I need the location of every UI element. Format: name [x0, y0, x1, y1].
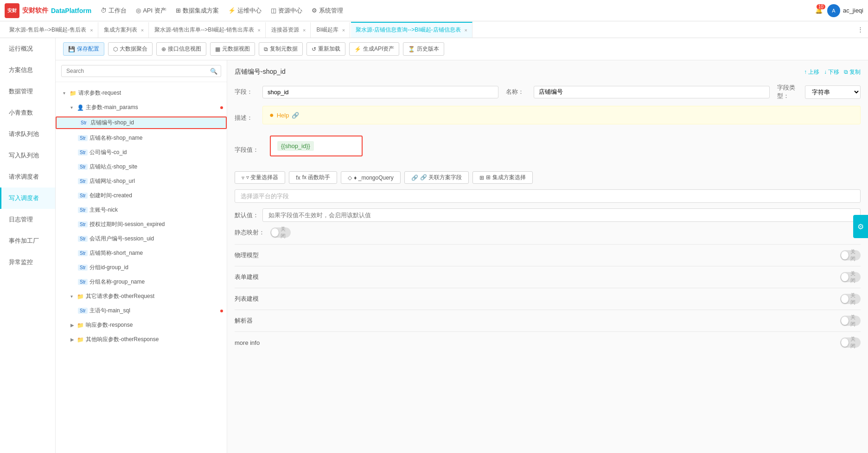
tab-0[interactable]: 聚水源-售后单-->BI崛起-售后表 ×: [5, 22, 98, 38]
tree-row-group-id[interactable]: Str 分组id-group_id: [56, 262, 227, 273]
nav-ops[interactable]: ⚡ 运维中心: [228, 6, 262, 15]
desc-label: 描述：: [235, 114, 262, 122]
copy-icon: ⧉: [264, 46, 268, 52]
tree-row-shop-id[interactable]: Str 店铺编号-shop_id: [56, 116, 227, 129]
search-input[interactable]: [61, 65, 221, 77]
tree-row-shop-url[interactable]: Str 店铺网址-shop_url: [56, 176, 227, 187]
form-model-section: 表单建模 关闭: [235, 266, 861, 288]
bigdata-button[interactable]: ⬡ 大数据聚合: [108, 42, 153, 56]
nav-items: ⏱ 工作台 ◎ API 资产 ⊞ 数据集成方案 ⚡ 运维中心 ◫ 资源中心 ⚙ …: [101, 6, 343, 15]
tree-arrow-response: ▶: [70, 323, 75, 328]
save-config-button[interactable]: 💾 保存配置: [63, 42, 104, 56]
default-val-input[interactable]: [262, 208, 861, 222]
tab-1[interactable]: 集成方案列表 ×: [99, 22, 149, 38]
tree-label-group-id: 分组id-group_id: [89, 264, 223, 272]
sidebar-item-plan[interactable]: 方案信息: [0, 59, 55, 81]
mongo-query-button[interactable]: ◇ ♦ _mongoQuery: [341, 171, 401, 184]
list-model-toggle[interactable]: 关闭: [840, 294, 861, 304]
up-action[interactable]: ↑ 上移: [804, 68, 819, 76]
sidebar-item-log[interactable]: 日志管理: [0, 209, 55, 230]
nav-workbench[interactable]: ⏱ 工作台: [101, 6, 127, 15]
sidebar-item-write-scheduler[interactable]: 写入调度者: [0, 188, 55, 209]
gen-api-button[interactable]: ⚡ 生成API资产: [349, 42, 399, 56]
user-info[interactable]: A ac_jieqi: [827, 4, 863, 17]
sidebar-item-req-queue[interactable]: 请求队列池: [0, 123, 55, 145]
copy-action[interactable]: ⧉ 复制: [844, 68, 861, 76]
more-info-toggle-text: 关闭: [850, 336, 860, 349]
sidebar-item-monitor[interactable]: 异常监控: [0, 252, 55, 273]
tab-4[interactable]: BI崛起库 ×: [312, 22, 350, 38]
tab-3[interactable]: 连接器资源 ×: [267, 22, 311, 38]
sidebar-overview-label: 运行概况: [9, 45, 33, 52]
platform-text[interactable]: DataPlatform: [51, 7, 91, 14]
tree-row-session-expired[interactable]: Str 授权过期时间-session_expired: [56, 219, 227, 230]
nav-api[interactable]: ◎ API 资产: [136, 6, 166, 15]
more-info-toggle[interactable]: 关闭: [840, 337, 861, 348]
related-label: 🔗 关联方案字段: [420, 174, 462, 181]
tree-row-main-params[interactable]: ▾ 👤 主参数-main_params: [56, 102, 227, 113]
field-val-label: 字段值：: [235, 146, 262, 154]
tree-row-group-name[interactable]: Str 分组名称-group_name: [56, 277, 227, 287]
tab-5[interactable]: 聚水源-店铺信息查询-->BI崛起-店铺信息表 ×: [351, 22, 472, 38]
source-select[interactable]: 选择源平台的字段: [235, 189, 861, 203]
tree-row-short-name[interactable]: Str 店铺简称-short_name: [56, 248, 227, 259]
tree-row-shop-site[interactable]: Str 店铺站点-shop_site: [56, 162, 227, 172]
func-helper-button[interactable]: fx fx 函数助手: [289, 171, 337, 184]
settings-fab[interactable]: ⚙: [853, 215, 868, 238]
tree-row-other-request[interactable]: ▾ 📁 其它请求参数-otherRequest: [56, 291, 227, 302]
tree-row-shop-name[interactable]: Str 店铺名称-shop_name: [56, 133, 227, 143]
interface-view-button[interactable]: ⊕ 接口信息视图: [156, 42, 206, 56]
name-input[interactable]: [534, 86, 770, 98]
tree-row-other-response[interactable]: ▶ 📁 其他响应参数-otherResponse: [56, 334, 227, 345]
tab-more[interactable]: ⋮: [857, 26, 863, 33]
history-button[interactable]: ⏳ 历史版本: [403, 42, 444, 56]
static-map-toggle[interactable]: 关闭: [270, 227, 291, 238]
avatar: A: [827, 4, 840, 17]
tree-row-response[interactable]: ▶ 📁 响应参数-response: [56, 320, 227, 330]
nav-integration[interactable]: ⊞ 数据集成方案: [176, 6, 219, 15]
sidebar-item-data[interactable]: 数据管理: [0, 81, 55, 102]
logo[interactable]: 安财 安财软件 DataPlatform: [5, 3, 91, 18]
tab-3-close[interactable]: ×: [303, 27, 306, 33]
related-icon: 🔗: [411, 175, 418, 181]
tree-row-created[interactable]: Str 创建时间-created: [56, 190, 227, 201]
tab-5-close[interactable]: ×: [465, 27, 467, 33]
var-selector-button[interactable]: ▿ ▿ 变量选择器: [235, 171, 285, 184]
type-select[interactable]: 字符串 整数 浮点数: [805, 85, 861, 99]
tree-node-group-name: Str 分组名称-group_name: [56, 275, 227, 289]
logo-text: 安财软件: [22, 6, 48, 15]
tree-row-co-id[interactable]: Str 公司编号-co_id: [56, 147, 227, 158]
form-model-toggle[interactable]: 关闭: [840, 272, 861, 282]
sidebar-item-query[interactable]: 小青查数: [0, 102, 55, 123]
nav-system[interactable]: ⚙ 系统管理: [312, 6, 343, 15]
nav-resource[interactable]: ◫ 资源中心: [271, 6, 302, 15]
copy-metadata-button[interactable]: ⧉ 复制元数据: [259, 42, 303, 56]
tree-row-session-uid[interactable]: Str 会话用户编号-session_uid: [56, 233, 227, 244]
tree-row-request[interactable]: ▾ 📁 请求参数-request: [56, 88, 227, 98]
tree-label-main-params: 主参数-main_params: [86, 104, 217, 111]
notification-bell[interactable]: 🔔 10: [815, 7, 823, 14]
tab-4-close[interactable]: ×: [342, 27, 345, 33]
tab-1-close[interactable]: ×: [141, 27, 144, 33]
group-icon: 👤: [77, 104, 84, 111]
tab-2[interactable]: 聚水源-销售出库单-->BI崛起-销售出库表 ×: [150, 22, 266, 38]
tab-0-close[interactable]: ×: [90, 27, 93, 33]
integration-select-button[interactable]: ⊞ ⊞ 集成方案选择: [472, 171, 532, 184]
refresh-button[interactable]: ↺ 重新加载: [306, 42, 345, 56]
metadata-view-button[interactable]: ▦ 元数据视图: [210, 42, 255, 56]
field-input[interactable]: [262, 86, 498, 98]
tree-label-session-expired: 授权过期时间-session_expired: [89, 220, 223, 228]
sidebar-item-overview[interactable]: 运行概况: [0, 38, 55, 59]
sidebar-item-write-queue[interactable]: 写入队列池: [0, 145, 55, 166]
down-action[interactable]: ↓ 下移: [824, 68, 839, 76]
sidebar-item-req-scheduler[interactable]: 请求调度者: [0, 166, 55, 188]
related-field-button[interactable]: 🔗 🔗 关联方案字段: [404, 171, 469, 184]
tab-2-close[interactable]: ×: [258, 27, 261, 33]
tree-row-nick[interactable]: Str 主账号-nick: [56, 205, 227, 215]
sidebar-item-event[interactable]: 事件加工厂: [0, 230, 55, 252]
physical-model-toggle[interactable]: 关闭: [840, 250, 861, 260]
tree-row-main-sql[interactable]: Str 主语句-main_sql: [56, 305, 227, 316]
tree-node-main-sql: Str 主语句-main_sql: [56, 304, 227, 318]
sidebar-query-label: 小青查数: [9, 109, 33, 116]
parser-toggle[interactable]: 关闭: [840, 316, 861, 326]
